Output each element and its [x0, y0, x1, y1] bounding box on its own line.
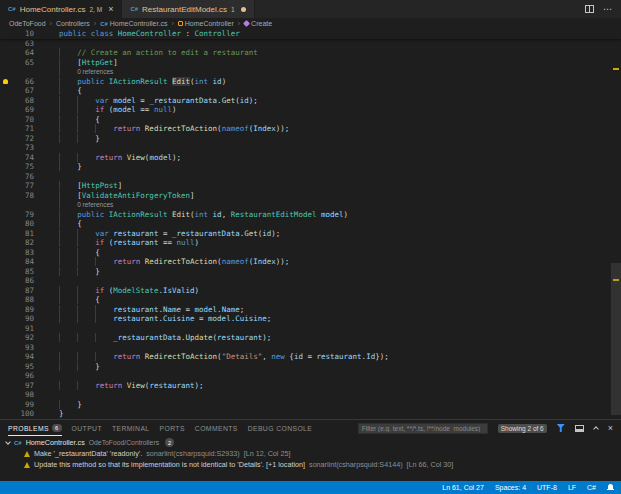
chevron-right-icon: ›	[94, 20, 96, 27]
code-line[interactable]: 67 {	[0, 86, 621, 96]
code-line[interactable]: 91	[0, 324, 621, 334]
status-language[interactable]: C#	[587, 484, 596, 491]
code-line[interactable]: 89 restaurant.Name = model.Name;	[0, 305, 621, 315]
gutter-glyph-margin	[0, 134, 12, 144]
code-line[interactable]: 100 }	[0, 409, 621, 419]
code-line[interactable]: 83 {	[0, 248, 621, 258]
code-text: public IActionResult Edit(int id)	[34, 77, 621, 87]
codelens-row[interactable]: 0 references	[0, 67, 621, 77]
code-line[interactable]: 90 restaurant.Cuisine = model.Cuisine;	[0, 314, 621, 324]
code-line[interactable]: 76	[0, 172, 621, 182]
tab-label: HomeController.cs	[20, 5, 86, 14]
code-line[interactable]: 96	[0, 371, 621, 381]
problem-row[interactable]: Update this method so that its implement…	[0, 459, 621, 470]
scrollbar-thumb[interactable]	[611, 263, 621, 415]
line-number: 69	[12, 105, 34, 115]
code-line[interactable]: 65 [HttpGet]	[0, 58, 621, 68]
code-line[interactable]: 88 {	[0, 295, 621, 305]
code-text: [HttpGet]	[34, 58, 621, 68]
code-line[interactable]: 66 public IActionResult Edit(int id)	[0, 77, 621, 87]
breadcrumb-item-method[interactable]: Create	[244, 20, 272, 27]
code-line[interactable]: 64 // Create an action to edit a restaur…	[0, 48, 621, 58]
panel-tab-output[interactable]: OUTPUT	[72, 420, 102, 436]
panel-tab-problems[interactable]: PROBLEMS 6	[8, 420, 62, 436]
gutter-glyph-margin	[0, 77, 12, 87]
code-line[interactable]: 78 [ValidateAntiForgeryToken]	[0, 191, 621, 201]
code-line[interactable]: 85 }	[0, 267, 621, 277]
problems-list: C# HomeController.cs OdeToFood/Controlle…	[0, 436, 621, 481]
tab-restauranteditmodel[interactable]: C# RestaurantEditModel.cs 1	[122, 0, 254, 18]
code-line[interactable]: 81 var restaurant = _restaurantData.Get(…	[0, 229, 621, 239]
line-number: 96	[12, 371, 34, 381]
code-line[interactable]: 80 {	[0, 219, 621, 229]
breadcrumb-item-project[interactable]: OdeToFood	[9, 20, 46, 27]
code-line[interactable]: 98	[0, 390, 621, 400]
code-line[interactable]: 72 }	[0, 134, 621, 144]
code-line[interactable]: 82 if (restaurant == null)	[0, 238, 621, 248]
panel-tab-comments[interactable]: COMMENTS	[195, 420, 238, 436]
problem-row[interactable]: Make '_restaurantData' 'readonly'. sonar…	[0, 448, 621, 459]
code-line[interactable]: 87 if (ModelState.IsValid)	[0, 286, 621, 296]
gutter-glyph-margin	[0, 276, 12, 286]
code-line[interactable]: 92 _restaurantData.Update(restaurant);	[0, 333, 621, 343]
code-line[interactable]: 95 }	[0, 362, 621, 372]
code-text: [HttpPost]	[34, 181, 621, 191]
line-number: 74	[12, 153, 34, 163]
notifications-bell-icon[interactable]	[607, 484, 614, 492]
more-actions-icon[interactable]: ⋯	[603, 5, 612, 14]
status-eol[interactable]: LF	[568, 484, 576, 491]
panel-tab-ports[interactable]: PORTS	[160, 420, 185, 436]
panel-tab-terminal[interactable]: TERMINAL	[112, 420, 150, 436]
gutter-glyph-margin	[0, 143, 12, 153]
code-text: return View(restaurant);	[34, 381, 621, 391]
code-text	[34, 39, 621, 49]
gutter-glyph-margin	[0, 362, 12, 372]
code-line[interactable]: 77 [HttpPost]	[0, 181, 621, 191]
unsaved-dot-icon[interactable]	[241, 7, 246, 12]
code-line[interactable]: 70 {	[0, 115, 621, 125]
code-line[interactable]: 68 var model = _restaurantData.Get(id);	[0, 96, 621, 106]
code-text: return RedirectToAction(nameof(Index));	[34, 257, 621, 267]
code-line[interactable]: 10 public class HomeController : Control…	[0, 29, 621, 39]
problems-file-row[interactable]: C# HomeController.cs OdeToFood/Controlle…	[0, 437, 621, 448]
code-line[interactable]: 84 return RedirectToAction(nameof(Index)…	[0, 257, 621, 267]
status-encoding[interactable]: UTF-8	[537, 484, 557, 491]
scrollbar[interactable]	[611, 29, 621, 419]
code-line[interactable]: 71 return RedirectToAction(nameof(Index)…	[0, 124, 621, 134]
code-line[interactable]: 99 }	[0, 400, 621, 410]
line-number: 65	[12, 58, 34, 68]
code-line[interactable]: 63	[0, 39, 621, 49]
code-line[interactable]: 94 return RedirectToAction("Details", ne…	[0, 352, 621, 362]
code-line[interactable]: 75 }	[0, 162, 621, 172]
code-line[interactable]: 93	[0, 343, 621, 353]
panel-close-icon[interactable]: ×	[608, 424, 613, 433]
codelens-row[interactable]: 0 references	[0, 200, 621, 210]
gutter-glyph-margin	[0, 191, 12, 201]
breadcrumb-item-controllers[interactable]: Controllers	[56, 20, 90, 27]
code-line[interactable]: 79 public IActionResult Edit(int id, Res…	[0, 210, 621, 220]
lightbulb-icon[interactable]	[3, 79, 8, 84]
code-editor[interactable]: 10 public class HomeController : Control…	[0, 29, 621, 419]
problems-filter-input[interactable]	[358, 423, 488, 434]
gutter-glyph-margin	[0, 314, 12, 324]
panel-tab-debug-console[interactable]: DEBUG CONSOLE	[248, 420, 313, 436]
line-number: 77	[12, 181, 34, 191]
split-editor-icon[interactable]	[585, 5, 594, 13]
code-text: public IActionResult Edit(int id, Restau…	[34, 210, 621, 220]
status-indentation[interactable]: Spaces: 4	[495, 484, 526, 491]
code-line[interactable]: 69 if (model == null)	[0, 105, 621, 115]
breadcrumb-item-class[interactable]: HomeController	[178, 20, 234, 27]
code-line[interactable]: 74 return View(model);	[0, 153, 621, 163]
code-line[interactable]: 73	[0, 143, 621, 153]
breadcrumb-item-file[interactable]: C# HomeController.cs	[100, 20, 167, 27]
tab-homecontroller[interactable]: C# HomeController.cs 2, M ×	[0, 0, 122, 18]
close-icon[interactable]: ×	[108, 5, 113, 14]
code-line[interactable]: 97 return View(restaurant);	[0, 381, 621, 391]
gutter-glyph-margin	[0, 115, 12, 125]
chevron-up-icon[interactable]	[593, 426, 599, 432]
panel-layout-icon[interactable]	[575, 425, 584, 432]
status-cursor-position[interactable]: Ln 61, Col 27	[442, 484, 484, 491]
filter-funnel-icon[interactable]	[557, 424, 565, 432]
line-number: 82	[12, 238, 34, 248]
code-line[interactable]: 86	[0, 276, 621, 286]
